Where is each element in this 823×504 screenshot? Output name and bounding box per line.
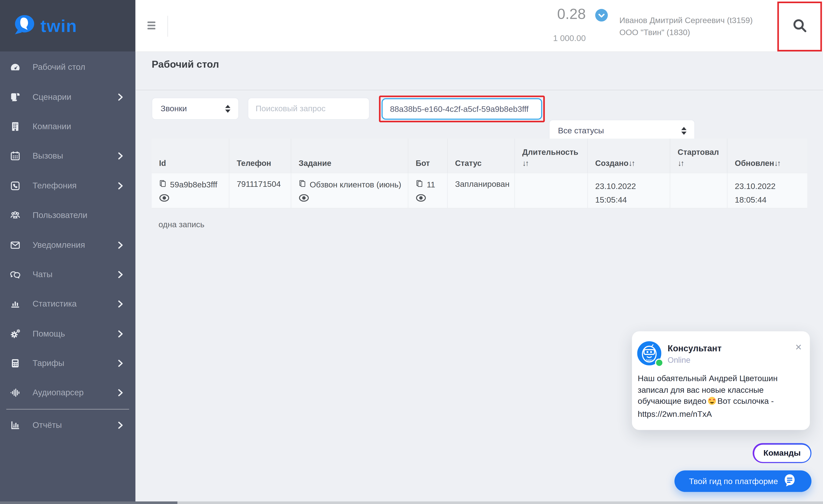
help-icon [9,327,21,340]
column-header-duration[interactable]: Длительность ↓↑ [515,139,588,173]
sidebar-item-tariffs[interactable]: Тарифы [0,349,135,378]
column-header-created[interactable]: Создано↓↑ [588,139,670,173]
view-icon[interactable] [416,194,426,204]
svg-text:♥: ♥ [709,398,711,402]
cell-started [670,173,727,208]
chat-bubble-icon [783,473,797,489]
header-divider [168,16,168,37]
copy-icon[interactable] [159,179,166,190]
cell-phone: 7911171504 [229,173,291,208]
uuid-input[interactable] [382,99,541,119]
sidebar-item-scenarios[interactable]: Сценарии [0,82,135,112]
sidebar-item-label: Вызовы [32,151,63,161]
chevron-right-icon [118,422,123,429]
select-arrows-icon [681,127,687,135]
status-value: Все статусы [558,126,604,136]
calls-icon [9,150,21,162]
uuid-field [382,98,542,120]
scrollbar-thumb[interactable] [0,501,177,504]
search-icon [792,18,808,35]
sidebar-item-audioparser[interactable]: Аудиопарсер [0,378,135,408]
statistics-icon [9,298,21,311]
companies-icon [9,120,21,133]
cell-duration [515,173,588,208]
calls-table: Id Телефон Задание Бот Статус Длительнос… [152,139,807,208]
sidebar-item-statistics[interactable]: Статистика [0,289,135,319]
user-info[interactable]: Иванов Дмитрий Сергеевич (t3159) ООО "Тв… [619,14,753,38]
app-window: twin Рабочий стол Сценарии Комп [0,0,823,504]
sidebar-item-users[interactable]: Пользователи [0,201,135,230]
reports-icon [9,419,21,432]
commands-button[interactable]: Команды [753,443,812,463]
audioparser-icon [9,387,21,399]
close-icon[interactable]: ✕ [795,342,802,352]
column-header-task: Задание [291,139,408,173]
column-header-started[interactable]: Стартовал ↓↑ [670,139,727,173]
emoji-heart-eyes-icon: ♥♥ [707,396,716,408]
entity-type-value: Звонки [161,104,187,114]
telephony-icon [9,179,21,192]
notifications-icon [9,239,21,251]
sidebar-item-label: Тарифы [32,359,64,368]
svg-text:twin: twin [646,358,653,362]
scenarios-icon [9,91,21,103]
chevron-right-icon [118,153,123,160]
sidebar-item-telephony[interactable]: Телефония [0,171,135,200]
uuid-field-annotation [379,96,545,122]
chevron-right-icon [118,182,123,189]
platform-guide-button[interactable]: Твой гид по платформе [674,471,811,492]
sidebar-item-help[interactable]: Помощь [0,319,135,349]
sidebar-item-chats[interactable]: Чаты [0,260,135,289]
search-button-annotation[interactable] [778,2,822,51]
menu-toggle-button[interactable] [147,21,155,29]
cell-status: Запланирован [448,173,515,208]
chat-status: Online [668,355,690,364]
guide-button-label: Твой гид по платформе [689,476,778,486]
chevron-right-icon [118,300,123,308]
column-header-bot: Бот [408,139,448,173]
column-header-updated[interactable]: Обновлен↓↑ [727,139,807,173]
copy-icon[interactable] [416,179,423,190]
view-icon[interactable] [159,194,169,204]
sidebar-item-calls[interactable]: Вызовы [0,141,135,171]
chevron-down-icon [598,10,605,20]
sidebar-item-label: Компании [32,122,71,131]
chevron-right-icon [118,360,123,367]
cell-bot: 11 [408,173,448,208]
balance-secondary: 1 000.00 [530,33,586,43]
users-icon [9,209,21,222]
chats-icon [9,268,21,281]
table-row: 59a9b8eb3fff 7911171504 Обзвон клиентов … [152,173,807,208]
sidebar-item-notifications[interactable]: Уведомления [0,230,135,260]
sidebar-item-label: Помощь [32,329,65,338]
sidebar-menu: Рабочий стол Сценарии Компании Вызо [0,52,135,440]
copy-icon[interactable] [299,179,306,190]
twin-logo-icon [13,14,36,37]
sidebar-item-label: Отчёты [32,421,62,430]
column-header-status: Статус [448,139,515,173]
sidebar-item-label: Телефония [32,181,76,191]
horizontal-scrollbar [0,501,823,504]
sidebar-item-label: Статистика [32,300,77,309]
balance-dropdown-button[interactable] [595,9,608,21]
sidebar-item-companies[interactable]: Компании [0,112,135,141]
records-count-label: одна запись [158,220,204,229]
sidebar-item-reports[interactable]: Отчёты [0,410,135,440]
chevron-right-icon [118,389,123,396]
sort-icon: ↓↑ [522,159,584,167]
search-query-field [248,98,369,120]
sort-icon: ↓↑ [678,159,724,167]
brand-logo[interactable]: twin [0,0,135,51]
view-icon[interactable] [299,194,309,204]
chat-message: Наш обаятельный Андрей Цветошин записал … [638,373,805,420]
sidebar-item-label: Сценарии [32,92,71,102]
table-header-row: Id Телефон Задание Бот Статус Длительнос… [152,139,807,173]
chevron-right-icon [118,330,123,337]
chat-widget: twin Консультант Online ✕ Наш обаятельны… [632,331,810,430]
entity-type-select[interactable]: Звонки [152,98,239,120]
sidebar-item-label: Чаты [32,270,52,279]
sidebar-item-dashboard[interactable]: Рабочий стол [0,52,135,82]
sidebar-divider [6,409,129,409]
sidebar-item-label: Уведомления [32,240,85,250]
search-query-input[interactable] [248,98,383,119]
